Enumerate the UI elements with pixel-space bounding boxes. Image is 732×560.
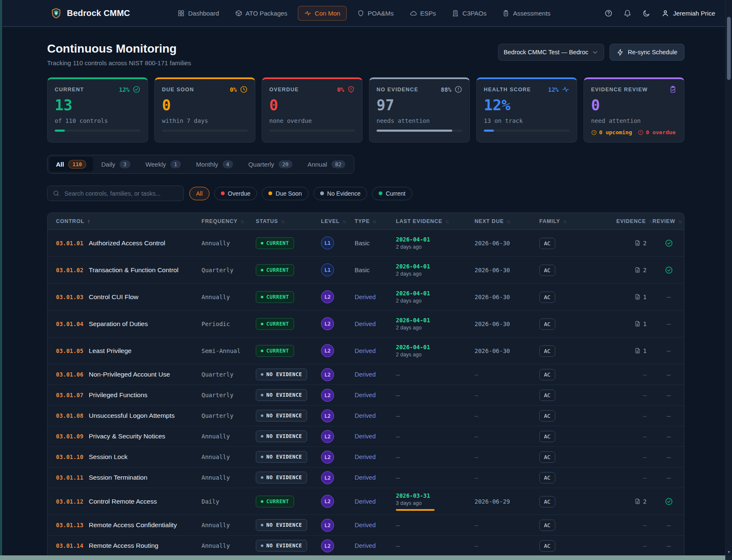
- review-cell: —: [652, 293, 684, 301]
- scrollbar-corner: [725, 555, 732, 560]
- column-header-control[interactable]: CONTROL↑: [48, 218, 202, 224]
- column-header-review[interactable]: REVIEW↑↓: [652, 218, 684, 224]
- column-header-frequency[interactable]: FREQUENCY↑↓: [202, 218, 256, 224]
- column-header-status[interactable]: STATUS↑↓: [256, 218, 321, 224]
- level-badge: L2: [321, 409, 334, 422]
- notifications-bell-icon[interactable]: [623, 9, 631, 17]
- column-header-level[interactable]: LEVEL↑↓: [321, 218, 355, 224]
- column-header-family[interactable]: FAMILY↑↓: [539, 218, 616, 224]
- column-header-next-due[interactable]: NEXT DUE↑↓: [475, 218, 539, 224]
- control-type: Derived: [355, 392, 396, 398]
- tab-annual[interactable]: Annual 82: [301, 157, 352, 172]
- control-type: Derived: [355, 348, 396, 354]
- column-header-evidence[interactable]: EVIDENCE↑↓: [616, 218, 652, 224]
- clipboard-icon: [502, 10, 509, 17]
- control-type: Derived: [355, 433, 396, 440]
- review-cell: —: [652, 521, 684, 529]
- card-label: DUE SOON: [162, 87, 194, 93]
- tab-weekly[interactable]: Weekly 1: [139, 157, 188, 172]
- last-evidence-cell: —: [396, 412, 475, 420]
- brand[interactable]: Bedrock CMMC: [50, 8, 130, 19]
- nav-item-dashboard[interactable]: Dashboard: [172, 6, 224, 21]
- table-row[interactable]: 03.01.01Authorized Access Control Annual…: [48, 230, 684, 257]
- nav-items: DashboardATO PackagesCon MonPOA&MsESPsC3…: [172, 6, 556, 21]
- status-badge: NO EVIDENCE: [256, 540, 307, 552]
- control-frequency: Quarterly: [202, 371, 256, 378]
- nav-item-assessments[interactable]: Assessments: [497, 6, 556, 21]
- column-header-last-evidence[interactable]: LAST EVIDENCE↑↓: [396, 218, 475, 224]
- table-row[interactable]: 03.01.10Session Lock Annually NO EVIDENC…: [48, 447, 684, 467]
- nav-item-esps[interactable]: ESPs: [404, 6, 442, 21]
- stat-card-current: CURRENT 12% 13 of 110 controls: [47, 77, 148, 143]
- help-icon[interactable]: [605, 9, 613, 17]
- table-row[interactable]: 03.01.11Session Termination Annually NO …: [48, 467, 684, 488]
- user-menu[interactable]: Jeremiah Price: [661, 9, 715, 17]
- tab-all[interactable]: All 110: [49, 157, 93, 172]
- tab-monthly[interactable]: Monthly 4: [189, 157, 240, 172]
- family-badge: AC: [539, 496, 555, 507]
- file-icon: [634, 348, 641, 354]
- window-left-edge: [0, 0, 2, 560]
- control-name: Control CUI Flow: [89, 293, 138, 301]
- zap-icon: [617, 49, 624, 56]
- nav-item-con-mon[interactable]: Con Mon: [298, 6, 347, 21]
- card-label: OVERDUE: [269, 87, 299, 93]
- filter-pill-no-evidence[interactable]: No Evidence: [313, 187, 367, 200]
- search-input[interactable]: [64, 190, 178, 197]
- stat-card-no-evidence: NO EVIDENCE 88% 97 needs attention: [369, 77, 470, 143]
- vertical-scrollbar-thumb[interactable]: [727, 17, 731, 80]
- card-review-badges: 0 upcoming0 overdue: [591, 129, 677, 135]
- table-row[interactable]: 03.01.09Privacy & Security Notices Annua…: [48, 426, 684, 447]
- table-row[interactable]: 03.01.08Unsuccessful Logon Attempts Quar…: [48, 406, 684, 426]
- card-subtext: of 110 controls: [55, 117, 141, 124]
- nav-item-c3paos[interactable]: C3PAOs: [446, 6, 492, 21]
- last-evidence-cell: 2026-04-01 2 days ago: [396, 344, 475, 358]
- control-type: Derived: [355, 294, 396, 300]
- filter-pill-overdue[interactable]: Overdue: [214, 187, 257, 200]
- filter-pill-current[interactable]: Current: [372, 187, 412, 200]
- nav-item-label: POA&Ms: [368, 10, 394, 17]
- resync-schedule-label: Re-sync Schedule: [628, 49, 677, 56]
- nav-item-ato-packages[interactable]: ATO Packages: [230, 6, 293, 21]
- family-badge: AC: [539, 410, 555, 422]
- review-cell: —: [652, 391, 684, 399]
- dark-mode-moon-icon[interactable]: [642, 9, 650, 17]
- table-row[interactable]: 03.01.12Control Remote Access Daily CURR…: [48, 488, 684, 515]
- table-row[interactable]: 03.01.14Remote Access Routing Annually N…: [48, 536, 684, 556]
- control-frequency: Daily: [202, 498, 256, 505]
- brand-name: Bedrock CMMC: [67, 8, 130, 18]
- table-row[interactable]: 03.01.06Non-Privileged Account Use Quart…: [48, 364, 684, 385]
- level-badge: L2: [321, 317, 334, 330]
- vertical-scrollbar[interactable]: ▾: [725, 0, 732, 555]
- card-value: 0: [591, 98, 677, 113]
- control-id: 03.01.11: [56, 474, 83, 481]
- last-evidence-ago: 2 days ago: [396, 244, 475, 250]
- filter-pill-due-soon[interactable]: Due Soon: [262, 187, 308, 200]
- family-badge: AC: [539, 369, 555, 380]
- column-header-type[interactable]: TYPE↑↓: [355, 218, 396, 224]
- table-row[interactable]: 03.01.05Least Privilege Semi-Annual CURR…: [48, 337, 684, 364]
- tab-daily[interactable]: Daily 3: [95, 157, 137, 172]
- table-row[interactable]: 03.01.04Separation of Duties Periodic CU…: [48, 311, 684, 337]
- control-type: Basic: [355, 240, 396, 247]
- last-evidence-cell: —: [396, 521, 475, 529]
- tab-quarterly[interactable]: Quarterly 20: [241, 157, 299, 172]
- resync-schedule-button[interactable]: Re-sync Schedule: [610, 44, 684, 61]
- horizontal-scrollbar[interactable]: [0, 555, 725, 560]
- control-id: 03.01.12: [56, 498, 83, 505]
- table-row[interactable]: 03.01.07Privileged Functions Quarterly N…: [48, 385, 684, 406]
- table-row[interactable]: 03.01.13Remote Access Confidentiality An…: [48, 515, 684, 536]
- nav-item-poa-ms[interactable]: POA&Ms: [352, 6, 399, 21]
- filter-pill-all[interactable]: All: [189, 187, 210, 200]
- package-select[interactable]: Bedrock CMMC Test — Bedrock CM: [498, 44, 604, 61]
- shield-alert-icon: [347, 85, 355, 93]
- review-cell: —: [652, 542, 684, 550]
- table-row[interactable]: 03.01.03Control CUI Flow Annually CURREN…: [48, 284, 684, 311]
- shield-icon: [357, 10, 364, 17]
- status-badge: NO EVIDENCE: [256, 430, 307, 442]
- family-badge: AC: [539, 345, 555, 357]
- table-row[interactable]: 03.01.02Transaction & Function Control Q…: [48, 257, 684, 284]
- evidence-count-cell: —: [616, 474, 652, 481]
- sort-icon: ↑↓: [507, 219, 510, 224]
- scroll-down-arrow-icon[interactable]: ▾: [726, 549, 732, 554]
